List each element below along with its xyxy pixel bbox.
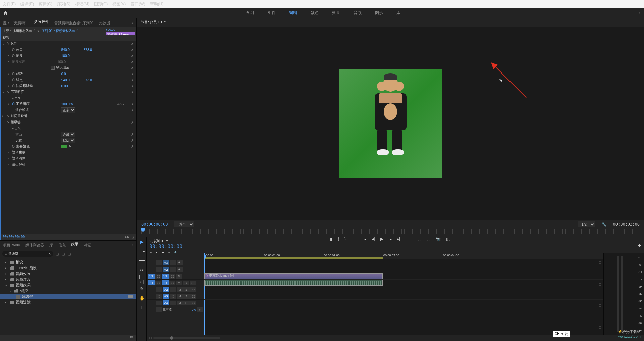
track-v2[interactable]: ⬚V2⬚👁 xyxy=(147,266,204,273)
razor-tool-icon[interactable]: ✂ xyxy=(139,267,145,273)
ec-keycolor[interactable]: Ö主要颜色✎↺ xyxy=(1,143,136,149)
program-timecode-left[interactable]: 00:00:00:00 xyxy=(141,222,168,227)
track-v3[interactable]: ⬚V3⬚👁 xyxy=(147,259,204,266)
ec-ultrakey[interactable]: ⌄fx超级键↺ xyxy=(1,119,136,125)
menu-help[interactable]: 帮助(H) xyxy=(150,1,164,7)
step-back-icon[interactable]: ◂| xyxy=(372,237,375,241)
clear-search-icon[interactable]: × xyxy=(49,252,51,256)
ripple-tool-icon[interactable]: ⟷ xyxy=(139,257,145,263)
filter-icon-3[interactable]: ⬚ xyxy=(67,252,71,256)
menu-marker[interactable]: 标记(M) xyxy=(75,1,89,7)
fit-select[interactable]: 适合 xyxy=(174,221,194,227)
track-a4[interactable]: ⬚A4⬚MS⬚ xyxy=(147,300,204,306)
goto-out-icon[interactable]: ▸| xyxy=(397,237,400,241)
tree-ultrakey[interactable]: 超级键 xyxy=(0,294,136,299)
ws-edit[interactable]: 编辑 xyxy=(289,10,297,16)
ws-assembly[interactable]: 组件 xyxy=(268,10,276,16)
menu-window[interactable]: 窗口(W) xyxy=(130,1,145,7)
tab-project[interactable]: 项目: work xyxy=(3,243,20,248)
extract-icon[interactable]: ⬚ xyxy=(427,237,430,241)
pen-tool-icon[interactable]: ✎ xyxy=(139,286,145,292)
button-editor-icon[interactable]: + xyxy=(638,243,641,249)
tab-marker[interactable]: 标记 xyxy=(84,243,91,248)
ws-library[interactable]: 库 xyxy=(396,10,400,16)
zoom-slider[interactable] xyxy=(153,337,220,339)
export-frame-icon[interactable]: 📷 xyxy=(436,237,441,241)
ec-mini-timeline[interactable]: ▸00:00 视频素材2.mp4 xyxy=(105,27,136,35)
ec-opacity[interactable]: ⌄fx不透明度↺ xyxy=(1,89,136,95)
track-master[interactable]: ⬚主声道0.0⪢ xyxy=(147,306,204,313)
ec-setting[interactable]: 设置默认↺ xyxy=(1,137,136,143)
program-tab[interactable]: 节目: 序列 01 ≡ xyxy=(141,20,166,26)
tab-effect-controls[interactable]: 效果控件 xyxy=(34,19,49,26)
track-a2[interactable]: ⬚A2⬚MS⬚ xyxy=(147,286,204,293)
ec-mattegen[interactable]: ›遮罩生成 xyxy=(1,149,136,155)
ec-scale[interactable]: ›Ö缩放100.0↺ xyxy=(1,53,136,59)
in-icon[interactable]: { xyxy=(338,237,339,241)
work-area-bar[interactable] xyxy=(204,257,383,259)
tab-audio-mixer[interactable]: 音频剪辑混合器: 序列01 xyxy=(54,20,94,26)
timeline-ruler[interactable]: :00:00 00:00:01:00 00:00:02:00 00:00:03:… xyxy=(204,253,603,259)
track-zoom-handle[interactable] xyxy=(599,304,601,307)
hand-tool-icon[interactable]: ✋ xyxy=(139,295,145,301)
eyedropper-icon[interactable]: ✎ xyxy=(69,145,71,148)
output-select[interactable]: 合成 xyxy=(61,132,75,137)
ws-audio[interactable]: 音频 xyxy=(354,10,362,16)
tab-metadata[interactable]: 元数据 xyxy=(99,20,110,26)
audio-clip[interactable] xyxy=(204,280,383,286)
ws-learn[interactable]: 学习 xyxy=(246,10,254,16)
timeline-track-area[interactable]: :00:00 00:00:01:00 00:00:02:00 00:00:03:… xyxy=(204,253,603,335)
filter-icon-1[interactable]: ⬚ xyxy=(55,252,59,256)
tab-media-browser[interactable]: 媒体浏览器 xyxy=(25,243,44,248)
tab-effects[interactable]: 效果 xyxy=(71,242,78,248)
menu-graphics[interactable]: 图形(G) xyxy=(94,1,108,7)
out-icon[interactable]: } xyxy=(344,237,346,241)
ws-color[interactable]: 颜色 xyxy=(311,10,319,16)
track-a3[interactable]: ⬚A3⬚MS⬚ xyxy=(147,293,204,300)
home-icon[interactable] xyxy=(3,11,8,15)
filter-icon-2[interactable]: ⬚ xyxy=(61,252,65,256)
tab-info[interactable]: 信息 xyxy=(58,243,66,248)
effects-search-input[interactable]: ⌕ 超级键 × xyxy=(2,251,53,257)
ec-position[interactable]: Ö位置540.0573.0↺ xyxy=(1,47,136,53)
ec-opacity-masks[interactable]: ○ □ ✎ xyxy=(1,95,136,101)
ec-uniform-scale[interactable]: ✓等比缩放↺ xyxy=(1,65,136,71)
ec-blend-mode[interactable]: 混合模式正常↺ xyxy=(1,107,136,113)
ec-master-clip[interactable]: 主要 * 视频素材2.mp4 xyxy=(3,29,35,33)
menu-sequence[interactable]: 序列(S) xyxy=(57,1,70,7)
settings-icon[interactable]: 🔧 xyxy=(602,222,606,227)
tree-lumetri[interactable]: ▸Lumetri 预设 xyxy=(0,265,136,271)
ec-motion[interactable]: ⌄fx运动↺ xyxy=(1,41,136,47)
browser-overflow-icon[interactable]: » xyxy=(131,243,133,247)
ec-play-icon[interactable]: ▸▶ ⬚ xyxy=(125,235,134,239)
ws-effects[interactable]: 效果 xyxy=(332,10,340,16)
source-overflow-icon[interactable]: » xyxy=(131,21,133,25)
tree-presets[interactable]: ▸预设 xyxy=(0,259,136,265)
ec-matteclean[interactable]: ›遮罩清除 xyxy=(1,155,136,161)
video-clip[interactable]: fx 视频素材2.mp4 [V] xyxy=(204,273,383,279)
setting-select[interactable]: 默认 xyxy=(61,138,75,143)
track-zoom-handle[interactable] xyxy=(599,326,601,329)
track-zoom-handle[interactable] xyxy=(599,283,601,286)
compare-icon[interactable]: ▯▯ xyxy=(446,237,451,241)
track-a1[interactable]: A1⬚A1⬚MS⬚ xyxy=(147,280,204,286)
timeline-timecode[interactable]: 00:00:00:00 xyxy=(149,244,204,250)
ws-graphics[interactable]: 图形 xyxy=(375,10,383,16)
slip-tool-icon[interactable]: |↔| xyxy=(139,276,145,282)
track-select-tool-icon[interactable]: ⬚▸ xyxy=(139,248,145,254)
marker-icon[interactable]: ▮ xyxy=(330,237,332,241)
tree-keying[interactable]: ⌄键控 xyxy=(0,288,136,294)
track-v1[interactable]: V1⬚V1⬚👁 xyxy=(147,273,204,280)
tree-videotr[interactable]: ▸视频过渡 xyxy=(0,299,136,305)
tab-source[interactable]: 源：（无剪辑） xyxy=(3,20,29,26)
track-zoom-handle[interactable] xyxy=(599,261,601,264)
menu-edit[interactable]: 编辑(E) xyxy=(20,1,34,7)
tree-audiofx[interactable]: ▸音频效果 xyxy=(0,271,136,277)
ec-output[interactable]: 输出合成↺ xyxy=(1,131,136,137)
ec-flicker[interactable]: ›Ö防闪烁滤镜0.00↺ xyxy=(1,83,136,89)
zoom-in-icon[interactable] xyxy=(222,337,224,339)
zoom-out-icon[interactable] xyxy=(149,337,152,339)
zoom-select[interactable]: 1/2 xyxy=(578,221,595,227)
play-icon[interactable]: ▶ xyxy=(380,237,383,241)
ec-ultrakey-masks[interactable]: ○ □ ✎ xyxy=(1,125,136,131)
